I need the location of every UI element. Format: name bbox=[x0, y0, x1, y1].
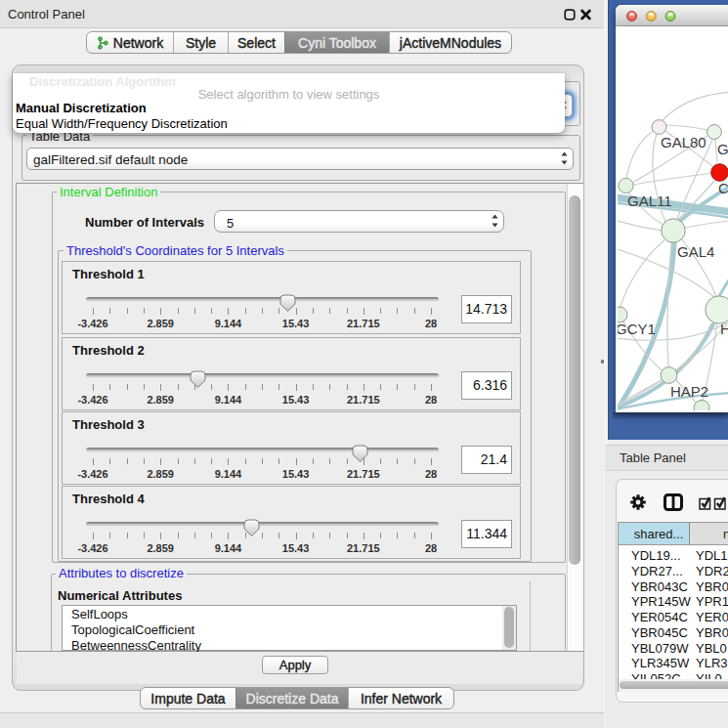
svg-text:CO: CO bbox=[718, 180, 728, 196]
svg-text:HAP2: HAP2 bbox=[670, 383, 708, 400]
svg-text:GAL11: GAL11 bbox=[627, 193, 672, 209]
svg-text:GAL80: GAL80 bbox=[661, 134, 707, 150]
svg-text:GA: GA bbox=[717, 141, 728, 157]
svg-text:GCY1: GCY1 bbox=[618, 321, 656, 337]
svg-text:HA: HA bbox=[720, 321, 728, 337]
svg-text:GAL4: GAL4 bbox=[677, 243, 714, 260]
